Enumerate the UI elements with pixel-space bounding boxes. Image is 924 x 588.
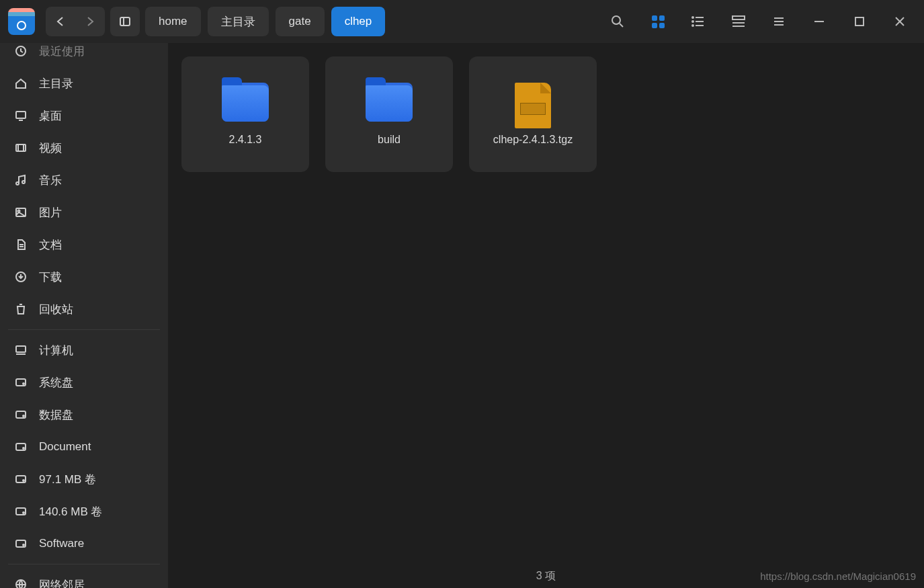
hamburger-icon xyxy=(771,14,786,29)
svg-point-46 xyxy=(23,544,24,546)
menu-button[interactable] xyxy=(768,11,790,32)
maximize-icon xyxy=(852,14,867,29)
nav-history xyxy=(46,7,105,36)
sidebar-item-网络邻居[interactable]: 网络邻居 xyxy=(5,569,163,588)
main-pane: 2.4.1.3buildclhep-2.4.1.3.tgz 3 项 https:… xyxy=(168,43,924,588)
file-item[interactable]: clhep-2.4.1.3.tgz xyxy=(469,56,597,172)
sidebar-item-视频[interactable]: 视频 xyxy=(5,132,163,164)
svg-point-8 xyxy=(692,21,694,22)
disk-icon xyxy=(13,408,28,421)
breadcrumb-主目录[interactable]: 主目录 xyxy=(208,7,269,36)
panel-icon xyxy=(118,15,132,28)
sidebar-item-Document[interactable]: Document xyxy=(5,431,163,463)
sidebar-item-97.1 MB 卷[interactable]: 97.1 MB 卷 xyxy=(5,463,163,495)
back-button[interactable] xyxy=(46,7,75,36)
sidebar-item-数据盘[interactable]: 数据盘 xyxy=(5,398,163,431)
sidebar-item-主目录[interactable]: 主目录 xyxy=(5,67,163,99)
sidebar-toggle-button[interactable] xyxy=(110,7,140,36)
sidebar-item-音乐[interactable]: 音乐 xyxy=(5,164,163,196)
minimize-icon xyxy=(812,14,827,29)
file-item[interactable]: build xyxy=(325,56,453,172)
video-icon xyxy=(13,141,28,155)
file-grid: 2.4.1.3buildclhep-2.4.1.3.tgz xyxy=(168,43,924,564)
sidebar-item-label: 视频 xyxy=(39,140,62,156)
view-list-button[interactable] xyxy=(687,11,709,32)
svg-point-27 xyxy=(22,181,25,183)
svg-rect-33 xyxy=(16,346,26,352)
svg-line-3 xyxy=(620,24,623,27)
sidebar-item-label: 桌面 xyxy=(39,108,62,124)
download-icon xyxy=(13,270,28,284)
maximize-button[interactable] xyxy=(849,11,870,32)
view-detail-button[interactable] xyxy=(728,11,749,32)
sidebar-item-label: 图片 xyxy=(39,205,62,220)
svg-point-44 xyxy=(23,512,24,513)
disk-icon xyxy=(13,505,28,518)
svg-point-38 xyxy=(23,415,24,417)
breadcrumb-clhep[interactable]: clhep xyxy=(331,7,386,36)
sidebar-item-label: 音乐 xyxy=(39,173,62,188)
sidebar-item-下载[interactable]: 下载 xyxy=(5,261,163,293)
svg-rect-17 xyxy=(855,17,864,26)
disk-icon xyxy=(13,472,28,486)
svg-point-9 xyxy=(692,25,694,26)
file-label: build xyxy=(378,134,401,146)
sidebar-item-label: 97.1 MB 卷 xyxy=(39,472,96,487)
file-label: 2.4.1.3 xyxy=(229,134,262,146)
sidebar-item-label: 回收站 xyxy=(39,302,73,317)
detail-list-icon xyxy=(731,14,746,29)
chevron-left-icon xyxy=(54,15,67,28)
sidebar-item-label: 下载 xyxy=(39,269,62,285)
sidebar-item-计算机[interactable]: 计算机 xyxy=(5,334,163,366)
sidebar-item-label: 文档 xyxy=(39,237,62,253)
sidebar-item-Software[interactable]: Software xyxy=(5,528,163,560)
svg-point-40 xyxy=(23,448,24,449)
network-icon xyxy=(13,578,28,588)
content: 最近使用主目录桌面视频音乐图片文档下载回收站计算机系统盘数据盘Document9… xyxy=(0,43,924,588)
svg-rect-0 xyxy=(120,17,130,26)
app-logo-icon xyxy=(8,8,35,35)
sidebar-item-最近使用[interactable]: 最近使用 xyxy=(5,43,163,67)
file-item[interactable]: 2.4.1.3 xyxy=(181,56,309,172)
sidebar-item-label: 网络邻居 xyxy=(39,577,85,589)
search-icon xyxy=(610,14,625,29)
music-icon xyxy=(13,173,28,187)
svg-point-26 xyxy=(16,182,19,185)
watermark-text: https://blog.csdn.net/Magician0619 xyxy=(760,571,916,582)
list-icon xyxy=(691,14,706,29)
computer-icon xyxy=(13,343,28,357)
svg-rect-10 xyxy=(732,16,745,19)
sidebar-item-回收站[interactable]: 回收站 xyxy=(5,293,163,325)
close-button[interactable] xyxy=(889,11,911,32)
breadcrumb: home主目录gateclhep xyxy=(145,7,385,36)
sidebar-item-文档[interactable]: 文档 xyxy=(5,228,163,261)
minimize-button[interactable] xyxy=(808,11,830,32)
search-button[interactable] xyxy=(607,11,628,32)
sidebar-divider xyxy=(8,329,160,330)
breadcrumb-gate[interactable]: gate xyxy=(276,7,325,36)
sidebar-item-label: 计算机 xyxy=(39,343,73,358)
grid-icon xyxy=(652,15,665,28)
file-label: clhep-2.4.1.3.tgz xyxy=(493,134,573,146)
breadcrumb-home[interactable]: home xyxy=(145,7,201,36)
archive-icon xyxy=(509,83,556,122)
sidebar-item-label: Software xyxy=(39,537,84,550)
forward-button[interactable] xyxy=(75,7,105,36)
statusbar: 3 项 https://blog.csdn.net/Magician0619 xyxy=(168,564,924,588)
svg-rect-21 xyxy=(16,112,26,118)
sidebar-item-label: 主目录 xyxy=(39,76,73,91)
sidebar-item-140.6 MB 卷[interactable]: 140.6 MB 卷 xyxy=(5,495,163,528)
svg-point-36 xyxy=(23,383,24,384)
document-icon xyxy=(13,238,28,251)
disk-icon xyxy=(13,376,28,389)
toolbar-right xyxy=(607,11,916,32)
svg-point-2 xyxy=(612,16,620,24)
svg-point-42 xyxy=(23,480,24,481)
sidebar-item-label: 140.6 MB 卷 xyxy=(39,504,103,519)
sidebar-item-图片[interactable]: 图片 xyxy=(5,196,163,228)
view-grid-button[interactable] xyxy=(647,11,669,32)
svg-point-7 xyxy=(692,17,694,18)
folder-icon xyxy=(366,83,413,122)
sidebar-item-桌面[interactable]: 桌面 xyxy=(5,99,163,132)
sidebar-item-系统盘[interactable]: 系统盘 xyxy=(5,366,163,398)
